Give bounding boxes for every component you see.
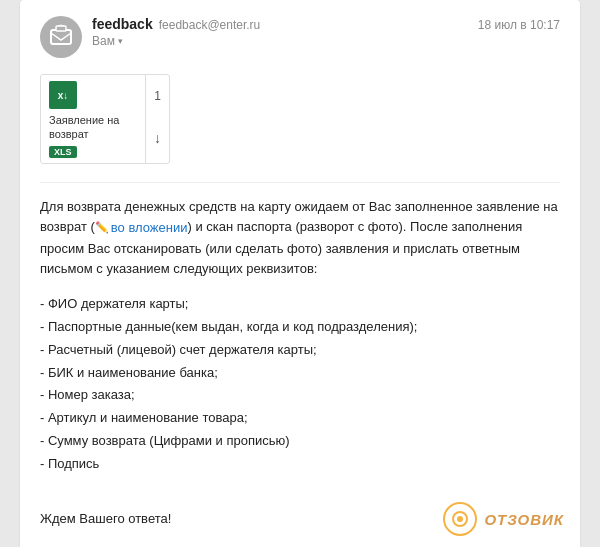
list-item: - Артикул и наименование товара;	[40, 408, 560, 429]
link-text: во вложении	[111, 218, 188, 239]
otzovik-circle	[443, 502, 477, 536]
to-label: Вам	[92, 34, 115, 48]
list-item: - Подпись	[40, 454, 560, 475]
sign-off-text: Ждем Вашего ответа!	[40, 511, 171, 526]
list-item: - Расчетный (лицевой) счет держателя кар…	[40, 340, 560, 361]
email-header: feedback feedback@enter.ru Вам ▾ 18 июл …	[40, 16, 560, 58]
list-item: - ФИО держателя карты;	[40, 294, 560, 315]
paragraph1: Для возврата денежных средств на карту о…	[40, 197, 560, 281]
divider	[40, 182, 560, 183]
attachment-right: 1 ↓	[145, 75, 169, 163]
sender-to: Вам ▾	[92, 34, 468, 48]
list-item: - Номер заказа;	[40, 385, 560, 406]
list: - ФИО держателя карты; - Паспортные данн…	[40, 294, 560, 474]
otzovik-text: ОТЗОВИК	[484, 511, 564, 528]
attachment-name: Заявление на возврат	[49, 113, 137, 142]
list-item: - Паспортные данные(кем выдан, когда и к…	[40, 317, 560, 338]
excel-icon: x↓	[49, 81, 77, 109]
attachment-type: XLS	[49, 146, 77, 158]
page-count: 1	[154, 89, 161, 103]
list-item: - БИК и наименование банка;	[40, 363, 560, 384]
avatar	[40, 16, 82, 58]
chevron-down-icon[interactable]: ▾	[118, 36, 123, 46]
svg-rect-1	[56, 26, 66, 31]
sender-top: feedback feedback@enter.ru	[92, 16, 468, 32]
sender-email: feedback@enter.ru	[159, 18, 261, 32]
svg-point-3	[457, 516, 463, 522]
svg-rect-0	[51, 30, 71, 44]
attachment-left: x↓ Заявление на возврат XLS	[41, 75, 145, 163]
email-body: Для возврата денежных средств на карту о…	[40, 197, 560, 531]
attachment-link[interactable]: ✏️во вложении	[95, 218, 188, 239]
sender-name: feedback	[92, 16, 153, 32]
list-item: - Сумму возврата (Цифрами и прописью)	[40, 431, 560, 452]
excel-icon-label: x↓	[58, 90, 69, 101]
attachment-box: x↓ Заявление на возврат XLS 1 ↓	[40, 74, 170, 164]
email-date: 18 июл в 10:17	[468, 18, 560, 32]
email-card: feedback feedback@enter.ru Вам ▾ 18 июл …	[20, 0, 580, 547]
pencil-icon: ✏️	[95, 219, 109, 237]
download-button[interactable]: ↓	[152, 128, 163, 148]
sender-info: feedback feedback@enter.ru Вам ▾	[92, 16, 468, 48]
otzovik-watermark: ОТЗОВИК	[443, 502, 564, 536]
attachment-area: x↓ Заявление на возврат XLS 1 ↓	[40, 74, 560, 164]
